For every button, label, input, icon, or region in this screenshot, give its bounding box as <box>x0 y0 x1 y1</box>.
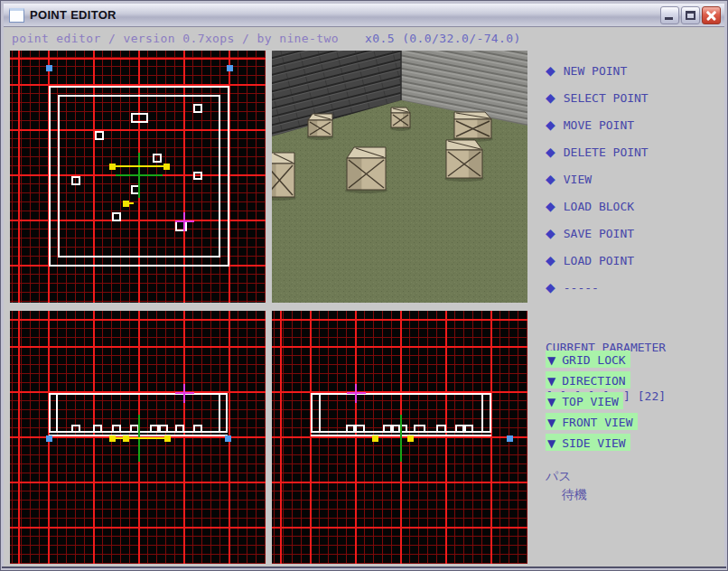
diamond-icon: ◆ <box>546 64 555 77</box>
maximize-icon <box>686 11 695 20</box>
menu-item-label: NEW POINT <box>564 64 627 78</box>
block-outline <box>71 425 80 433</box>
point-marker-blue[interactable] <box>46 65 52 71</box>
toggle-direction[interactable]: ▼DIRECTION <box>546 371 630 388</box>
menu-item-save-point[interactable]: ◆SAVE POINT <box>546 220 649 247</box>
block-outline <box>193 425 202 433</box>
block-outline <box>193 172 202 180</box>
block-outline <box>414 425 425 433</box>
window-title: POINT EDITOR <box>30 8 658 22</box>
diamond-icon: ◆ <box>546 91 555 104</box>
point-marker-blue[interactable] <box>507 435 513 442</box>
room-inner-wall <box>219 393 220 433</box>
menu-item-label: LOAD BLOCK <box>564 200 634 213</box>
titlebar[interactable]: POINT EDITOR <box>4 4 724 27</box>
toggle-side-view[interactable]: ▼SIDE VIEW <box>546 434 630 451</box>
menu-item-view[interactable]: ◆VIEW <box>546 165 649 192</box>
point-marker-selected[interactable] <box>164 435 171 442</box>
maximize-button[interactable] <box>681 6 700 24</box>
menu-item-label: SAVE POINT <box>564 227 634 240</box>
menu-item-select-point[interactable]: ◆SELECT POINT <box>546 84 649 111</box>
block-outline <box>455 425 464 433</box>
point-marker-selected[interactable] <box>372 435 378 442</box>
block-outline <box>346 425 355 433</box>
menu-item-label: VIEW <box>564 173 592 186</box>
block-outline <box>93 425 102 433</box>
cursor-cross <box>183 384 185 403</box>
status-standby-label: 待機 <box>562 485 587 503</box>
point-marker-blue[interactable] <box>225 435 231 442</box>
block-outline <box>464 425 473 433</box>
toggle-grid-lock[interactable]: ▼GRID LOCK <box>546 351 630 368</box>
minimize-button[interactable] <box>660 6 679 24</box>
viewport-side-view[interactable] <box>272 311 527 564</box>
crate <box>345 147 387 193</box>
viewport-top-view[interactable] <box>10 51 266 303</box>
point-marker-blue[interactable] <box>227 65 233 71</box>
point-marker-selected[interactable] <box>123 435 129 442</box>
crate <box>453 112 493 142</box>
header-version-text: point editor / version 0.7xops / by nine… <box>12 32 339 45</box>
crate <box>390 108 411 131</box>
room-inner-wall <box>319 393 321 433</box>
menu: ◆NEW POINT◆SELECT POINT◆MOVE POINT◆DELET… <box>546 57 649 301</box>
diamond-icon: ◆ <box>546 173 555 185</box>
crate <box>444 140 484 182</box>
3d-scene <box>272 51 527 303</box>
toggle-front-view[interactable]: ▼FRONT VIEW <box>546 413 638 430</box>
menu-item-label: MOVE POINT <box>564 118 634 132</box>
viewport-3d-view[interactable] <box>272 51 527 303</box>
block-outline <box>355 425 365 433</box>
header-coords-text: x0.5 (0.0/32.0/-74.0) <box>365 32 521 45</box>
path-line <box>112 165 166 167</box>
block-outline <box>383 425 392 433</box>
menu-item-label: ----- <box>564 281 599 295</box>
toggle-label: TOP VIEW <box>562 395 619 408</box>
app-window: POINT EDITOR point editor / version 0.7x… <box>0 0 728 571</box>
menu-item-new-point[interactable]: ◆NEW POINT <box>546 57 649 84</box>
point-marker-selected[interactable] <box>407 435 414 442</box>
triangle-down-icon: ▼ <box>547 375 555 388</box>
close-button[interactable] <box>702 6 721 24</box>
block-outline <box>175 425 184 433</box>
origin-axis-h <box>116 174 163 176</box>
block-outline <box>112 425 121 433</box>
window-bottom-edge <box>2 566 726 568</box>
triangle-down-icon: ▼ <box>547 354 555 367</box>
cursor-cross <box>355 384 357 403</box>
toggle-label: GRID LOCK <box>562 353 625 367</box>
point-marker-selected[interactable] <box>163 164 170 170</box>
menu-item-load-point[interactable]: ◆LOAD POINT <box>546 247 649 274</box>
status-path-label: パス <box>546 467 587 485</box>
viewport-front-view[interactable] <box>10 311 266 564</box>
block-outline <box>71 176 80 185</box>
menu-item-delete-point[interactable]: ◆DELETE POINT <box>546 138 649 165</box>
diamond-icon: ◆ <box>546 281 555 294</box>
menu-item-move-point[interactable]: ◆MOVE POINT <box>546 111 649 138</box>
diamond-icon: ◆ <box>546 200 555 212</box>
point-marker-selected[interactable] <box>123 201 129 207</box>
crate <box>307 114 334 140</box>
titlebar-buttons <box>658 6 721 24</box>
block-outline <box>436 425 446 433</box>
menu-item-separator[interactable]: ◆----- <box>546 274 649 301</box>
menu-item-load-block[interactable]: ◆LOAD BLOCK <box>546 192 649 220</box>
point-marker-blue[interactable] <box>46 435 52 442</box>
diamond-icon: ◆ <box>546 145 555 158</box>
toggle-top-view[interactable]: ▼TOP VIEW <box>546 392 623 409</box>
triangle-down-icon: ▼ <box>547 417 555 429</box>
diamond-icon: ◆ <box>546 254 555 267</box>
view-toggles: ▼GRID LOCK▼DIRECTION▼TOP VIEW▼FRONT VIEW… <box>546 351 638 454</box>
crate <box>272 153 296 201</box>
block-outline <box>153 154 162 163</box>
block-outline <box>112 212 121 221</box>
triangle-down-icon: ▼ <box>547 437 555 450</box>
cursor-cross <box>183 212 185 231</box>
minimize-icon <box>665 17 673 20</box>
point-marker-selected[interactable] <box>109 164 116 170</box>
point-marker-selected[interactable] <box>109 435 116 442</box>
menu-item-label: SELECT POINT <box>564 91 649 105</box>
toggle-label: SIDE VIEW <box>562 436 625 450</box>
block-outline <box>193 104 202 113</box>
diamond-icon: ◆ <box>546 118 555 131</box>
